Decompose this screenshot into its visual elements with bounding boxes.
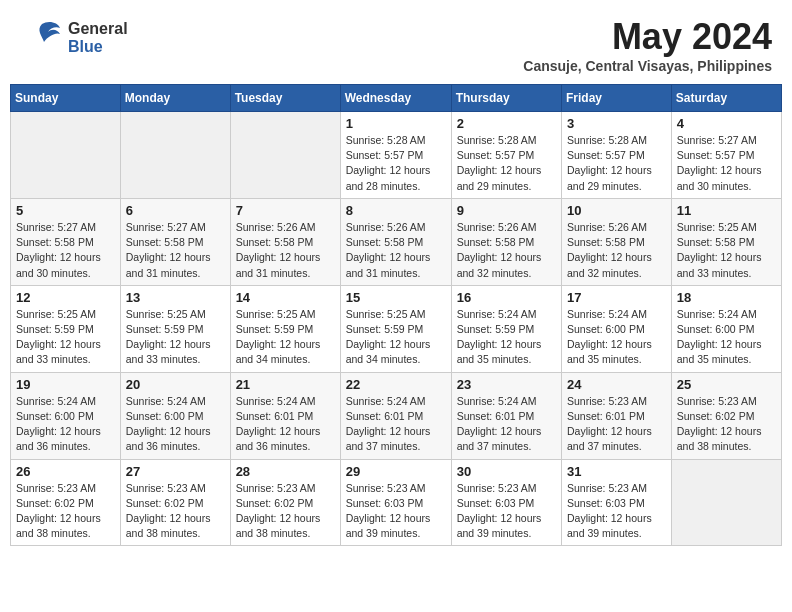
day-number: 3 xyxy=(567,116,666,131)
calendar-week-row: 19Sunrise: 5:24 AM Sunset: 6:00 PM Dayli… xyxy=(11,372,782,459)
day-number: 19 xyxy=(16,377,115,392)
day-info: Sunrise: 5:23 AM Sunset: 6:03 PM Dayligh… xyxy=(457,482,542,540)
day-number: 12 xyxy=(16,290,115,305)
calendar-cell: 29Sunrise: 5:23 AM Sunset: 6:03 PM Dayli… xyxy=(340,459,451,546)
calendar-cell xyxy=(11,112,121,199)
calendar-cell: 6Sunrise: 5:27 AM Sunset: 5:58 PM Daylig… xyxy=(120,198,230,285)
day-number: 7 xyxy=(236,203,335,218)
calendar-cell: 22Sunrise: 5:24 AM Sunset: 6:01 PM Dayli… xyxy=(340,372,451,459)
title-section: May 2024 Cansuje, Central Visayas, Phili… xyxy=(523,16,772,74)
day-info: Sunrise: 5:23 AM Sunset: 6:03 PM Dayligh… xyxy=(346,482,431,540)
day-info: Sunrise: 5:27 AM Sunset: 5:58 PM Dayligh… xyxy=(16,221,101,279)
calendar-cell: 8Sunrise: 5:26 AM Sunset: 5:58 PM Daylig… xyxy=(340,198,451,285)
day-info: Sunrise: 5:24 AM Sunset: 6:01 PM Dayligh… xyxy=(236,395,321,453)
day-number: 25 xyxy=(677,377,776,392)
day-info: Sunrise: 5:24 AM Sunset: 5:59 PM Dayligh… xyxy=(457,308,542,366)
day-info: Sunrise: 5:24 AM Sunset: 6:00 PM Dayligh… xyxy=(567,308,652,366)
calendar-week-row: 26Sunrise: 5:23 AM Sunset: 6:02 PM Dayli… xyxy=(11,459,782,546)
day-info: Sunrise: 5:28 AM Sunset: 5:57 PM Dayligh… xyxy=(457,134,542,192)
day-number: 24 xyxy=(567,377,666,392)
day-number: 27 xyxy=(126,464,225,479)
day-number: 16 xyxy=(457,290,556,305)
day-number: 28 xyxy=(236,464,335,479)
day-info: Sunrise: 5:27 AM Sunset: 5:57 PM Dayligh… xyxy=(677,134,762,192)
calendar-cell: 2Sunrise: 5:28 AM Sunset: 5:57 PM Daylig… xyxy=(451,112,561,199)
day-info: Sunrise: 5:25 AM Sunset: 5:59 PM Dayligh… xyxy=(236,308,321,366)
day-number: 4 xyxy=(677,116,776,131)
calendar-cell: 30Sunrise: 5:23 AM Sunset: 6:03 PM Dayli… xyxy=(451,459,561,546)
day-number: 5 xyxy=(16,203,115,218)
calendar-cell: 18Sunrise: 5:24 AM Sunset: 6:00 PM Dayli… xyxy=(671,285,781,372)
calendar-cell: 16Sunrise: 5:24 AM Sunset: 5:59 PM Dayli… xyxy=(451,285,561,372)
day-number: 17 xyxy=(567,290,666,305)
calendar-cell: 21Sunrise: 5:24 AM Sunset: 6:01 PM Dayli… xyxy=(230,372,340,459)
day-number: 29 xyxy=(346,464,446,479)
calendar-cell: 27Sunrise: 5:23 AM Sunset: 6:02 PM Dayli… xyxy=(120,459,230,546)
day-info: Sunrise: 5:23 AM Sunset: 6:03 PM Dayligh… xyxy=(567,482,652,540)
day-info: Sunrise: 5:26 AM Sunset: 5:58 PM Dayligh… xyxy=(236,221,321,279)
day-info: Sunrise: 5:25 AM Sunset: 5:58 PM Dayligh… xyxy=(677,221,762,279)
day-number: 31 xyxy=(567,464,666,479)
calendar-cell: 20Sunrise: 5:24 AM Sunset: 6:00 PM Dayli… xyxy=(120,372,230,459)
day-info: Sunrise: 5:28 AM Sunset: 5:57 PM Dayligh… xyxy=(346,134,431,192)
calendar-cell: 13Sunrise: 5:25 AM Sunset: 5:59 PM Dayli… xyxy=(120,285,230,372)
day-number: 21 xyxy=(236,377,335,392)
day-number: 2 xyxy=(457,116,556,131)
logo: General Blue xyxy=(20,16,128,60)
location-subtitle: Cansuje, Central Visayas, Philippines xyxy=(523,58,772,74)
day-info: Sunrise: 5:24 AM Sunset: 6:00 PM Dayligh… xyxy=(16,395,101,453)
calendar-cell: 3Sunrise: 5:28 AM Sunset: 5:57 PM Daylig… xyxy=(562,112,672,199)
calendar-cell: 17Sunrise: 5:24 AM Sunset: 6:00 PM Dayli… xyxy=(562,285,672,372)
day-info: Sunrise: 5:26 AM Sunset: 5:58 PM Dayligh… xyxy=(457,221,542,279)
day-info: Sunrise: 5:25 AM Sunset: 5:59 PM Dayligh… xyxy=(346,308,431,366)
weekday-header-sunday: Sunday xyxy=(11,85,121,112)
calendar-cell: 31Sunrise: 5:23 AM Sunset: 6:03 PM Dayli… xyxy=(562,459,672,546)
day-number: 9 xyxy=(457,203,556,218)
day-info: Sunrise: 5:23 AM Sunset: 6:01 PM Dayligh… xyxy=(567,395,652,453)
logo-blue: Blue xyxy=(68,38,128,56)
calendar-cell: 19Sunrise: 5:24 AM Sunset: 6:00 PM Dayli… xyxy=(11,372,121,459)
calendar-cell: 26Sunrise: 5:23 AM Sunset: 6:02 PM Dayli… xyxy=(11,459,121,546)
calendar-cell: 11Sunrise: 5:25 AM Sunset: 5:58 PM Dayli… xyxy=(671,198,781,285)
day-info: Sunrise: 5:27 AM Sunset: 5:58 PM Dayligh… xyxy=(126,221,211,279)
day-number: 10 xyxy=(567,203,666,218)
calendar-cell xyxy=(120,112,230,199)
page-header: General Blue May 2024 Cansuje, Central V… xyxy=(10,10,782,80)
day-info: Sunrise: 5:24 AM Sunset: 6:01 PM Dayligh… xyxy=(346,395,431,453)
day-info: Sunrise: 5:26 AM Sunset: 5:58 PM Dayligh… xyxy=(567,221,652,279)
day-number: 26 xyxy=(16,464,115,479)
logo-general: General xyxy=(68,20,128,38)
calendar-cell: 1Sunrise: 5:28 AM Sunset: 5:57 PM Daylig… xyxy=(340,112,451,199)
svg-rect-0 xyxy=(20,16,64,60)
day-number: 11 xyxy=(677,203,776,218)
day-number: 22 xyxy=(346,377,446,392)
day-number: 8 xyxy=(346,203,446,218)
logo-mark xyxy=(20,16,60,60)
calendar-cell: 14Sunrise: 5:25 AM Sunset: 5:59 PM Dayli… xyxy=(230,285,340,372)
calendar-table: SundayMondayTuesdayWednesdayThursdayFrid… xyxy=(10,84,782,546)
calendar-cell: 28Sunrise: 5:23 AM Sunset: 6:02 PM Dayli… xyxy=(230,459,340,546)
calendar-cell xyxy=(230,112,340,199)
calendar-week-row: 1Sunrise: 5:28 AM Sunset: 5:57 PM Daylig… xyxy=(11,112,782,199)
day-info: Sunrise: 5:23 AM Sunset: 6:02 PM Dayligh… xyxy=(236,482,321,540)
calendar-cell xyxy=(671,459,781,546)
weekday-header-saturday: Saturday xyxy=(671,85,781,112)
day-info: Sunrise: 5:24 AM Sunset: 6:01 PM Dayligh… xyxy=(457,395,542,453)
calendar-cell: 5Sunrise: 5:27 AM Sunset: 5:58 PM Daylig… xyxy=(11,198,121,285)
calendar-week-row: 12Sunrise: 5:25 AM Sunset: 5:59 PM Dayli… xyxy=(11,285,782,372)
day-info: Sunrise: 5:23 AM Sunset: 6:02 PM Dayligh… xyxy=(126,482,211,540)
day-number: 23 xyxy=(457,377,556,392)
logo-svg xyxy=(20,16,64,60)
weekday-header-thursday: Thursday xyxy=(451,85,561,112)
calendar-cell: 4Sunrise: 5:27 AM Sunset: 5:57 PM Daylig… xyxy=(671,112,781,199)
day-info: Sunrise: 5:24 AM Sunset: 6:00 PM Dayligh… xyxy=(126,395,211,453)
calendar-cell: 25Sunrise: 5:23 AM Sunset: 6:02 PM Dayli… xyxy=(671,372,781,459)
calendar-cell: 7Sunrise: 5:26 AM Sunset: 5:58 PM Daylig… xyxy=(230,198,340,285)
calendar-cell: 10Sunrise: 5:26 AM Sunset: 5:58 PM Dayli… xyxy=(562,198,672,285)
month-year-title: May 2024 xyxy=(523,16,772,58)
calendar-cell: 15Sunrise: 5:25 AM Sunset: 5:59 PM Dayli… xyxy=(340,285,451,372)
day-number: 14 xyxy=(236,290,335,305)
calendar-cell: 9Sunrise: 5:26 AM Sunset: 5:58 PM Daylig… xyxy=(451,198,561,285)
calendar-cell: 24Sunrise: 5:23 AM Sunset: 6:01 PM Dayli… xyxy=(562,372,672,459)
weekday-header-row: SundayMondayTuesdayWednesdayThursdayFrid… xyxy=(11,85,782,112)
